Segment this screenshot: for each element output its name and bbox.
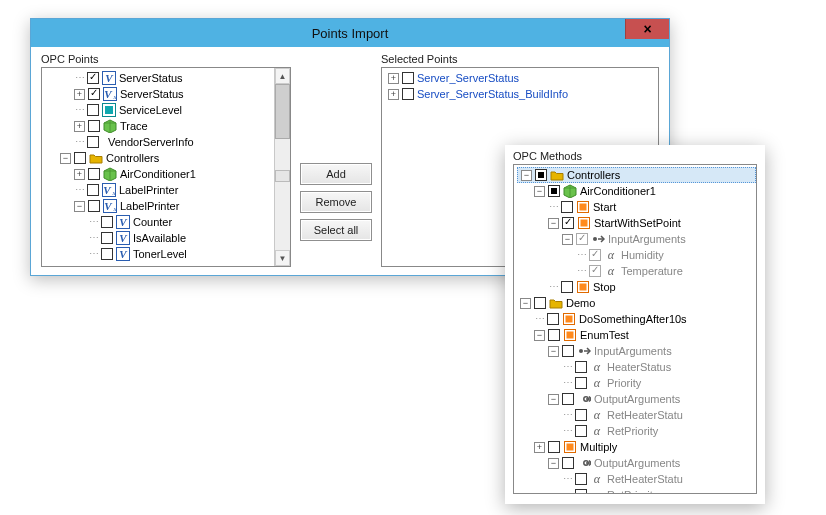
tree-row[interactable]: + AirConditioner1 <box>46 166 274 182</box>
checkbox[interactable] <box>87 104 99 116</box>
checkbox[interactable] <box>87 184 99 196</box>
tree-row[interactable]: ⋯ RetHeaterStatu <box>518 471 756 487</box>
scroll-up-icon[interactable]: ▲ <box>275 68 290 84</box>
tree-row[interactable]: ⋯ Stop <box>518 279 756 295</box>
expander-icon[interactable]: − <box>74 201 85 212</box>
tree-row[interactable]: ⋯ IsAvailable <box>46 230 274 246</box>
checkbox[interactable] <box>561 281 573 293</box>
checkbox[interactable] <box>576 233 588 245</box>
scrollbar[interactable]: ▲ ▼ <box>274 68 290 266</box>
tree-row[interactable]: − OutputArguments <box>518 455 756 471</box>
tree-row[interactable]: − AirConditioner1 <box>518 183 756 199</box>
checkbox[interactable] <box>561 201 573 213</box>
checkbox[interactable] <box>548 329 560 341</box>
expander-icon[interactable]: + <box>388 89 399 100</box>
checkbox[interactable] <box>534 297 546 309</box>
expander-icon[interactable]: − <box>60 153 71 164</box>
select-all-button[interactable]: Select all <box>300 219 372 241</box>
checkbox[interactable] <box>562 457 574 469</box>
tree-row[interactable]: − Controllers <box>517 167 756 183</box>
checkbox[interactable] <box>575 425 587 437</box>
tree-row[interactable]: ⋯ DoSomethingAfter10s <box>518 311 756 327</box>
tree-row[interactable]: ⋯ Start <box>518 199 756 215</box>
remove-button[interactable]: Remove <box>300 191 372 213</box>
tree-row[interactable]: + Server_ServerStatus_BuildInfo <box>386 86 658 102</box>
tree-row[interactable]: − StartWithSetPoint <box>518 215 756 231</box>
checkbox[interactable] <box>402 88 414 100</box>
scroll-down-icon[interactable]: ▼ <box>275 250 290 266</box>
checkbox[interactable] <box>575 409 587 421</box>
tree-row[interactable]: ⋯ Humidity <box>518 247 756 263</box>
expander-icon[interactable]: − <box>548 394 559 405</box>
expander-icon[interactable]: − <box>521 170 532 181</box>
checkbox[interactable] <box>402 72 414 84</box>
tree-row[interactable]: + ServerStatus <box>46 86 274 102</box>
checkbox[interactable] <box>87 136 99 148</box>
add-button[interactable]: Add <box>300 163 372 185</box>
tree-row[interactable]: ⋯ ServiceLevel <box>46 102 274 118</box>
close-button[interactable]: × <box>625 19 669 39</box>
tree-row[interactable]: − InputArguments <box>518 231 756 247</box>
checkbox[interactable] <box>548 441 560 453</box>
tree-row[interactable]: − Controllers <box>46 150 274 166</box>
expander-icon[interactable]: − <box>548 218 559 229</box>
tree-row[interactable]: + Server_ServerStatus <box>386 70 658 86</box>
tree-row[interactable]: ⋯ Temperature <box>518 263 756 279</box>
checkbox[interactable] <box>575 377 587 389</box>
tree-row[interactable]: + Multiply <box>518 439 756 455</box>
checkbox[interactable] <box>88 88 100 100</box>
opc-points-tree[interactable]: ⋯ ServerStatus + ServerStatus <box>41 67 291 267</box>
tree-row[interactable]: ⋯ ServerStatus <box>46 70 274 86</box>
tree-row[interactable]: − OutputArguments <box>518 391 756 407</box>
expander-icon[interactable]: + <box>388 73 399 84</box>
checkbox[interactable] <box>548 185 560 197</box>
checkbox[interactable] <box>575 473 587 485</box>
expander-icon[interactable]: − <box>562 234 573 245</box>
checkbox[interactable] <box>101 232 113 244</box>
expander-icon[interactable]: − <box>548 346 559 357</box>
checkbox[interactable] <box>589 265 601 277</box>
tree-row[interactable]: ⋯ Counter <box>46 214 274 230</box>
checkbox[interactable] <box>589 249 601 261</box>
tree-row[interactable]: ⋯ RetPriority <box>518 423 756 439</box>
scroll-thumb[interactable] <box>275 84 290 139</box>
titlebar[interactable]: Points Import × <box>31 19 669 47</box>
expander-icon[interactable]: − <box>534 330 545 341</box>
tree-row[interactable]: ⋯ TonerLevel <box>46 246 274 262</box>
checkbox[interactable] <box>88 120 100 132</box>
checkbox[interactable] <box>562 393 574 405</box>
scroll-track[interactable] <box>275 84 290 250</box>
expander-icon[interactable]: + <box>534 442 545 453</box>
checkbox[interactable] <box>74 152 86 164</box>
expander-icon[interactable]: − <box>520 298 531 309</box>
tree-row[interactable]: + Trace <box>46 118 274 134</box>
tree-row[interactable]: − LabelPrinter <box>46 198 274 214</box>
tree-row[interactable]: − InputArguments <box>518 343 756 359</box>
checkbox[interactable] <box>575 361 587 373</box>
expander-icon[interactable]: + <box>74 169 85 180</box>
opc-methods-tree[interactable]: − Controllers − AirConditioner1 ⋯ Start <box>513 164 757 494</box>
checkbox[interactable] <box>562 217 574 229</box>
checkbox[interactable] <box>87 72 99 84</box>
tree-row[interactable]: ⋯ LabelPrinter <box>46 182 274 198</box>
checkbox[interactable] <box>88 200 100 212</box>
variable-icon <box>116 247 130 261</box>
checkbox[interactable] <box>101 216 113 228</box>
checkbox[interactable] <box>101 248 113 260</box>
checkbox[interactable] <box>562 345 574 357</box>
tree-row[interactable]: ⋯ RetHeaterStatu <box>518 407 756 423</box>
tree-row[interactable]: ⋯ VendorServerInfo <box>46 134 274 150</box>
tree-row[interactable]: ⋯ RetPriority <box>518 487 756 493</box>
tree-row[interactable]: ⋯ Priority <box>518 375 756 391</box>
expander-icon[interactable]: + <box>74 89 85 100</box>
checkbox[interactable] <box>575 489 587 493</box>
checkbox[interactable] <box>535 169 547 181</box>
checkbox[interactable] <box>547 313 559 325</box>
expander-icon[interactable]: + <box>74 121 85 132</box>
expander-icon[interactable]: − <box>548 458 559 469</box>
checkbox[interactable] <box>88 168 100 180</box>
tree-row[interactable]: − Demo <box>518 295 756 311</box>
tree-row[interactable]: − EnumTest <box>518 327 756 343</box>
expander-icon[interactable]: − <box>534 186 545 197</box>
tree-row[interactable]: ⋯ HeaterStatus <box>518 359 756 375</box>
